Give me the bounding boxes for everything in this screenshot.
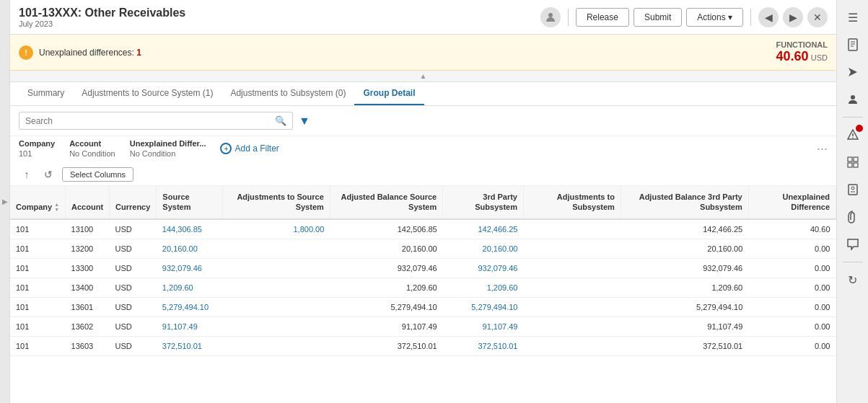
table-cell[interactable]: 1,800.00 xyxy=(222,219,330,239)
col-header-adj-bal-third: Adjusted Balance 3rd Party Subsystem xyxy=(621,186,748,219)
tab-group-detail[interactable]: Group Detail xyxy=(354,82,424,105)
reset-icon[interactable]: ↺ xyxy=(40,167,56,182)
col-header-source-system: Source System xyxy=(157,186,222,219)
header-title-area: 101-13XXX: Other Receivables July 2023 xyxy=(19,6,185,28)
table-cell[interactable]: 372,510.01 xyxy=(157,336,222,355)
divider2 xyxy=(750,9,751,26)
table-row: 10113400USD1,209.601,209.601,209.601,209… xyxy=(10,278,836,297)
table-cell xyxy=(523,336,621,355)
cell-link[interactable]: 144,306.85 xyxy=(162,225,202,234)
table-cell[interactable]: 144,306.85 xyxy=(157,219,222,239)
table-cell: 13601 xyxy=(66,297,110,316)
data-table: Company ▲▼ Account Currency Source Syste… xyxy=(10,186,836,356)
cell-link[interactable]: 932,079.46 xyxy=(478,264,517,273)
table-cell[interactable]: 20,160.00 xyxy=(157,239,222,258)
table-cell[interactable]: 91,107.49 xyxy=(443,316,524,336)
cell-link[interactable]: 372,510.01 xyxy=(162,342,202,350)
back-icon[interactable]: ◀ xyxy=(758,7,779,27)
cell-link[interactable]: 91,107.49 xyxy=(483,322,518,331)
table-cell: 91,107.49 xyxy=(621,316,748,336)
cell-link[interactable]: 932,079.46 xyxy=(162,264,202,273)
forward-icon[interactable]: ▶ xyxy=(783,7,803,27)
table-cell: 13200 xyxy=(66,239,110,258)
warning-triangle-icon: ! xyxy=(19,45,33,60)
col-header-account: Account xyxy=(66,186,110,219)
collapse-bar[interactable]: ▲ xyxy=(10,71,836,82)
actions-button[interactable]: Actions ▾ xyxy=(686,8,743,27)
cell-link[interactable]: 142,466.25 xyxy=(478,225,517,234)
release-button[interactable]: Release xyxy=(576,8,629,27)
table-cell[interactable]: 5,279,494.10 xyxy=(443,297,524,316)
table-cell[interactable]: 932,079.46 xyxy=(157,258,222,278)
table-cell: 13100 xyxy=(66,219,110,239)
cell-link[interactable]: 372,510.01 xyxy=(478,342,517,350)
sidebar-refresh-icon[interactable]: ↻ xyxy=(841,268,864,291)
sidebar-send-icon[interactable] xyxy=(841,61,864,84)
filter-icon[interactable]: ▼ xyxy=(299,115,310,128)
tab-adj-source[interactable]: Adjustments to Source System (1) xyxy=(73,82,222,105)
filter-company: Company 101 xyxy=(19,139,55,158)
table-cell: 101 xyxy=(10,316,66,336)
table-cell xyxy=(222,278,330,297)
table-row: 10113603USD372,510.01372,510.01372,510.0… xyxy=(10,336,836,355)
table-cell[interactable]: 142,466.25 xyxy=(443,219,524,239)
cell-link[interactable]: 1,209.60 xyxy=(162,283,193,292)
table-cell[interactable]: 5,279,494.10 xyxy=(157,297,222,316)
sidebar-alert-icon[interactable] xyxy=(841,123,864,146)
table-cell[interactable]: 1,209.60 xyxy=(443,278,524,297)
table-cell: 40.60 xyxy=(748,219,836,239)
table-cell: 20,160.00 xyxy=(621,239,748,258)
warning-message: Unexplained differences: 1 xyxy=(39,48,141,58)
cell-link[interactable]: 20,160.00 xyxy=(162,244,198,253)
cell-link[interactable]: 91,107.49 xyxy=(162,322,198,331)
functional-label: FUNCTIONAL xyxy=(776,40,828,49)
sidebar-comment-icon[interactable] xyxy=(841,233,864,256)
close-icon[interactable]: ✕ xyxy=(807,7,828,27)
left-arrow-icon: ▶ xyxy=(2,198,8,205)
sidebar-person-icon[interactable] xyxy=(841,88,864,111)
toolbar: ↑ ↺ Select Columns xyxy=(10,164,836,186)
table-cell[interactable]: 932,079.46 xyxy=(443,258,524,278)
sidebar-list-icon[interactable]: ☰ xyxy=(841,6,864,29)
add-filter-plus-icon: + xyxy=(220,143,232,154)
table-cell: 5,279,494.10 xyxy=(330,297,442,316)
table-row: 10113200USD20,160.0020,160.0020,160.0020… xyxy=(10,239,836,258)
sort-arrows-company: ▲▼ xyxy=(54,202,59,212)
table-cell xyxy=(523,278,621,297)
cell-link[interactable]: 5,279,494.10 xyxy=(162,303,209,311)
table-cell[interactable]: 20,160.00 xyxy=(443,239,524,258)
table-cell: 932,079.46 xyxy=(621,258,748,278)
select-columns-button[interactable]: Select Columns xyxy=(62,167,133,182)
cell-link[interactable]: 20,160.00 xyxy=(483,244,518,253)
cell-link[interactable]: 5,279,494.10 xyxy=(471,303,517,311)
sidebar-attach-icon[interactable] xyxy=(841,205,864,229)
user-icon[interactable] xyxy=(540,7,561,27)
table-cell[interactable]: 372,510.01 xyxy=(443,336,524,355)
search-input[interactable] xyxy=(25,116,275,126)
svg-point-0 xyxy=(548,13,553,17)
sidebar-document-icon[interactable] xyxy=(841,33,864,56)
submit-button[interactable]: Submit xyxy=(634,8,682,27)
search-box[interactable]: 🔍 xyxy=(19,112,293,130)
filter-more-icon[interactable]: ··· xyxy=(817,141,828,156)
cell-link[interactable]: 1,209.60 xyxy=(487,283,518,292)
tab-adj-subsystem[interactable]: Adjustments to Subsystem (0) xyxy=(222,82,354,105)
col-header-company: Company ▲▼ xyxy=(10,186,66,219)
table-cell[interactable]: 91,107.49 xyxy=(157,316,222,336)
table-cell: USD xyxy=(110,316,157,336)
tab-bar: Summary Adjustments to Source System (1)… xyxy=(10,82,836,106)
alert-badge xyxy=(856,125,863,132)
add-filter-button[interactable]: + Add a Filter xyxy=(220,143,279,154)
sidebar-report-icon[interactable] xyxy=(841,178,864,201)
table-cell: 101 xyxy=(10,297,66,316)
cell-link[interactable]: 1,800.00 xyxy=(293,225,324,234)
table-cell: 1,209.60 xyxy=(621,278,748,297)
table-cell[interactable]: 1,209.60 xyxy=(157,278,222,297)
svg-rect-10 xyxy=(854,157,858,161)
left-expand-handle[interactable]: ▶ xyxy=(0,0,10,403)
table-cell xyxy=(523,239,621,258)
export-icon[interactable]: ↑ xyxy=(19,167,35,182)
tab-summary[interactable]: Summary xyxy=(19,82,73,105)
sidebar-grid-icon[interactable] xyxy=(841,151,864,174)
page-header: 101-13XXX: Other Receivables July 2023 R… xyxy=(10,0,836,35)
